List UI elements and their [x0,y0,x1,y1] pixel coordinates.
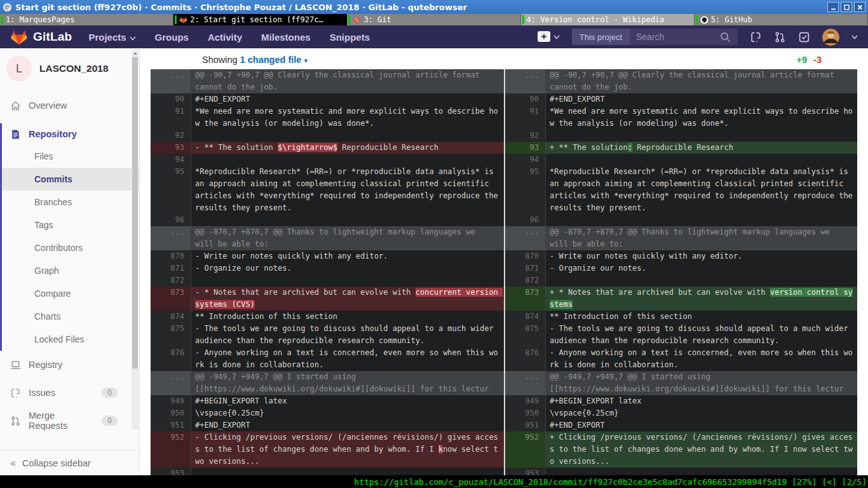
old-line-number[interactable]: 951 [151,419,191,431]
new-line-number[interactable]: 95 [504,166,546,214]
old-line-number[interactable]: 871 [151,262,191,274]
scrollbar-thumb[interactable] [132,57,138,369]
diff-row-95: 95*Reproducible Research* (=RR=) or *rep… [151,166,858,214]
search-scope-label[interactable]: This project [572,29,630,45]
user-menu-chevron-icon[interactable] [851,35,858,39]
old-line-number[interactable]: 93 [151,142,191,154]
scrollbar-up-arrow[interactable] [132,50,139,57]
browser-tab-5-github[interactable]: 5: GitHub [695,14,868,25]
new-line-number[interactable]: 872 [504,274,546,287]
new-line-number[interactable]: 90 [504,93,546,105]
new-line-number[interactable]: 91 [504,105,546,130]
collapse-sidebar-button[interactable]: « Collapse sidebar [0,450,139,475]
sidebar-item-locked-files[interactable]: Locked Files [0,328,139,351]
old-line-number[interactable]: 94 [151,154,191,166]
todos-icon[interactable] [798,31,810,43]
new-line-number[interactable]: ... [504,226,546,250]
sidebar-item-merge-requests[interactable]: Merge Requests0 [0,407,139,435]
statusbar-tab-index: [2/5] [842,477,867,487]
changed-files-link[interactable]: 1 changed file [240,55,302,65]
new-line-number[interactable]: 96 [504,214,546,226]
new-line-number[interactable]: 949 [504,395,546,407]
sidebar-item-repository[interactable]: Repository [0,123,139,145]
old-line-number[interactable]: ... [151,371,191,395]
old-line-number[interactable]: 90 [151,93,191,105]
statusbar-scroll-percent: [27%] [792,477,817,487]
old-line-number[interactable]: 95 [151,166,191,214]
sidebar-item-charts[interactable]: Charts [0,305,139,328]
old-line-number[interactable]: 91 [151,105,191,130]
new-line-content: #+END_EXPORT [546,419,857,431]
new-line-number[interactable]: 950 [504,407,546,419]
browser-tab-3-git[interactable]: 3: Git [347,14,520,25]
maximize-button[interactable] [841,2,852,12]
gitlab-logo-icon[interactable] [10,29,28,45]
diff-row-92: 9292 [151,130,858,142]
old-line-number[interactable]: 92 [151,130,191,142]
new-line-number[interactable]: 875 [504,323,546,347]
caret-down-icon[interactable]: ▾ [304,57,308,64]
close-button[interactable] [854,2,865,12]
minimize-button[interactable] [827,2,839,12]
old-line-number[interactable]: ... [151,226,191,250]
new-line-number[interactable]: 951 [504,419,546,431]
old-line-number[interactable]: 950 [151,407,191,419]
sidebar-item-registry[interactable]: Registry [0,351,139,379]
old-line-number[interactable]: ... [151,69,191,93]
search-input[interactable]: Search [630,29,738,45]
sidebar-item-commits[interactable]: Commits [0,168,139,191]
old-line-number[interactable]: 876 [151,347,191,371]
nav-link-projects[interactable]: Projects [88,32,135,43]
new-line-number[interactable]: 874 [504,311,546,323]
sidebar-item-tags[interactable]: Tags [0,214,139,236]
old-line-number[interactable]: 875 [151,323,191,347]
new-line-number[interactable]: 873 [504,287,546,311]
nav-link-groups[interactable]: Groups [155,32,189,43]
old-line-content: - Write our notes quickly with any edito… [191,250,504,262]
new-dropdown-button[interactable] [538,31,560,43]
new-line-number[interactable]: ... [504,69,546,93]
sidebar-item-issues[interactable]: Issues0 [0,379,139,407]
old-line-number[interactable]: 949 [151,395,191,407]
issues-icon[interactable] [750,31,762,43]
old-line-number[interactable]: 870 [151,250,191,262]
new-line-number[interactable]: 94 [504,154,546,166]
old-line-number[interactable]: 952 [151,431,191,468]
old-line-number[interactable]: 953 [151,468,191,475]
new-line-content [546,214,857,226]
new-line-number[interactable]: 93 [504,142,546,154]
new-line-number[interactable]: 871 [504,262,546,274]
sidebar-item-overview[interactable]: Overview [0,95,139,116]
sidebar-item-graph[interactable]: Graph [0,259,139,282]
new-line-number[interactable]: ... [504,371,546,395]
old-line-number[interactable]: 873 [151,287,191,311]
old-line-number[interactable]: 874 [151,311,191,323]
sidebar-item-branches[interactable]: Branches [0,191,139,214]
project-header[interactable]: L LASCON_2018 [0,48,139,88]
gitlab-brand[interactable]: GitLab [33,30,72,44]
old-line-number[interactable]: 872 [151,274,191,287]
nav-link-snippets[interactable]: Snippets [330,32,370,43]
sidebar-item-compare[interactable]: Compare [0,282,139,305]
browser-tab-4-version-control-wikipedia[interactable]: 4: Version control - Wikipedia [521,14,695,25]
sidebar-scrollbar[interactable] [132,50,139,430]
sidebar-section-issues: Issues0 [0,379,139,407]
user-avatar[interactable] [822,29,839,46]
browser-tab-1-marquespages[interactable]: 1: MarquesPages [0,14,173,25]
nav-link-activity[interactable]: Activity [208,32,242,43]
old-line-content: - ** The solution $\rightarrow$ Reproduc… [191,142,504,154]
new-line-number[interactable]: 92 [504,130,546,142]
new-line-number[interactable]: 870 [504,250,546,262]
old-line-number[interactable]: 96 [151,214,191,226]
new-line-number[interactable]: 953 [504,468,546,475]
tab-label: 5: GitHub [711,15,752,24]
sidebar-item-contributors[interactable]: Contributors [0,236,139,259]
nav-link-milestones[interactable]: Milestones [261,32,311,43]
old-line-content: @@ -90,7 +90,7 @@ Clearly the classical … [191,69,504,93]
sidebar-item-files[interactable]: Files [0,145,139,168]
merge-requests-icon[interactable] [774,31,786,43]
new-line-number[interactable]: 876 [504,347,546,371]
old-line-content: - Clicking /previous versions/ (/ancienn… [191,431,504,468]
browser-tab-2-start-git-section-ff927c-[interactable]: 2: Start git section (ff927c… [173,14,347,25]
new-line-number[interactable]: 952 [504,431,546,468]
